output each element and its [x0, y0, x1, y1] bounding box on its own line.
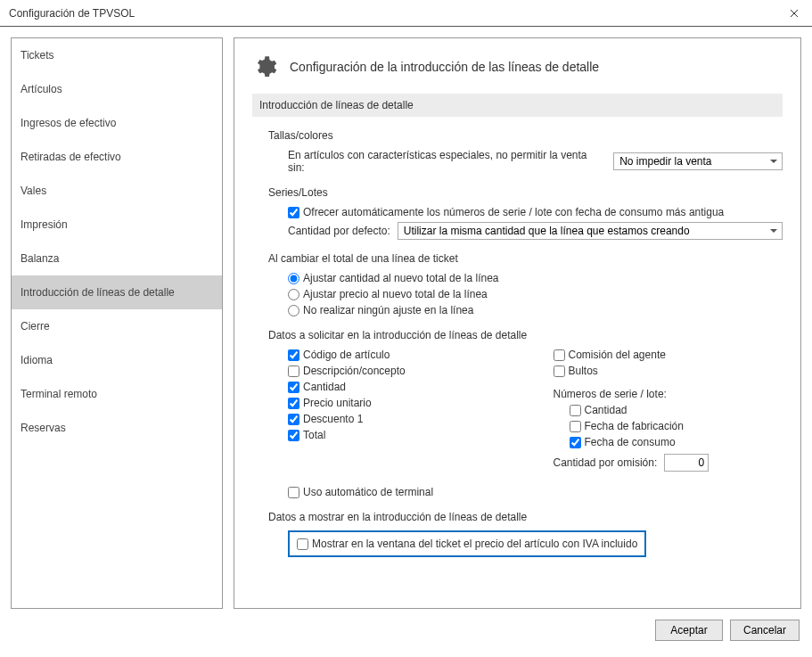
main-panel: Configuración de la introducción de las …	[234, 37, 801, 609]
titlebar: Configuración de TPVSOL	[0, 0, 812, 27]
group-tallas: Tallas/colores En artículos con caracter…	[268, 129, 783, 174]
check-descuento1[interactable]	[288, 414, 299, 425]
check-desc[interactable]	[288, 365, 299, 377]
cancel-button[interactable]: Cancelar	[730, 620, 800, 641]
close-icon	[790, 9, 799, 18]
ok-button[interactable]: Aceptar	[655, 620, 723, 641]
check-serie-cantidad-label[interactable]: Cantidad	[585, 404, 627, 416]
close-button[interactable]	[776, 0, 812, 27]
group-cambio: Al cambiar el total de una línea de tick…	[268, 252, 783, 316]
series-auto-label[interactable]: Ofrecer automáticamente los números de s…	[303, 206, 724, 218]
col-right: Comisión del agente Bultos Números de se…	[554, 349, 783, 477]
sidebar-item-tickets[interactable]: Tickets	[12, 38, 222, 72]
check-descuento1-label[interactable]: Descuento 1	[303, 413, 363, 425]
group-series: Series/Lotes Ofrecer automáticamente los…	[268, 186, 783, 240]
content: Tickets Artículos Ingresos de efectivo R…	[0, 27, 812, 620]
sidebar-item-lineas[interactable]: Introducción de líneas de detalle	[12, 275, 222, 309]
radio-no-ajuste-label[interactable]: No realizar ningún ajuste en la línea	[303, 304, 473, 316]
sidebar-item-retiradas[interactable]: Retiradas de efectivo	[12, 140, 222, 174]
cambio-label: Al cambiar el total de una línea de tick…	[268, 252, 783, 265]
check-iva[interactable]	[297, 538, 308, 550]
sidebar-item-reservas[interactable]: Reservas	[12, 411, 222, 445]
check-fecha-fab[interactable]	[570, 421, 581, 432]
series-auto-check[interactable]	[288, 207, 299, 218]
check-codigo-label[interactable]: Código de artículo	[303, 349, 390, 361]
tallas-select[interactable]: No impedir la venta	[613, 152, 783, 170]
sidebar-item-terminal[interactable]: Terminal remoto	[12, 377, 222, 411]
check-auto-terminal-label[interactable]: Uso automático de terminal	[303, 486, 433, 498]
qty-default-label: Cantidad por defecto:	[288, 225, 390, 237]
check-precio-label[interactable]: Precio unitario	[303, 397, 372, 409]
check-comision-label[interactable]: Comisión del agente	[569, 349, 666, 361]
sidebar-item-ingresos[interactable]: Ingresos de efectivo	[12, 106, 222, 140]
datos-solicitar-label: Datos a solicitar en la introducción de …	[268, 329, 783, 341]
series-label: Series/Lotes	[268, 186, 783, 199]
sidebar-item-cierre[interactable]: Cierre	[12, 309, 222, 343]
footer: Aceptar Cancelar	[0, 620, 812, 650]
check-fecha-consumo[interactable]	[570, 437, 581, 448]
check-bultos-label[interactable]: Bultos	[569, 365, 598, 377]
omision-input[interactable]	[664, 454, 709, 472]
sidebar-item-impresion[interactable]: Impresión	[12, 208, 222, 242]
sidebar-item-idioma[interactable]: Idioma	[12, 343, 222, 377]
tallas-label: Tallas/colores	[268, 129, 783, 142]
check-iva-label[interactable]: Mostrar en la ventana del ticket el prec…	[312, 538, 637, 550]
check-codigo[interactable]	[288, 349, 299, 361]
radio-ajustar-cantidad[interactable]	[288, 273, 299, 284]
gear-icon	[252, 54, 277, 79]
col-left: Código de artículo Descripción/concepto …	[288, 349, 518, 477]
check-total-label[interactable]: Total	[303, 429, 325, 441]
omision-label: Cantidad por omisión:	[554, 456, 658, 469]
sidebar: Tickets Artículos Ingresos de efectivo R…	[11, 37, 223, 609]
header: Configuración de la introducción de las …	[252, 54, 783, 79]
qty-default-select[interactable]: Utilizar la misma cantidad que la línea …	[398, 222, 783, 240]
sidebar-item-vales[interactable]: Vales	[12, 174, 222, 208]
series-sub-label: Números de serie / lote:	[554, 388, 783, 400]
check-fecha-fab-label[interactable]: Fecha de fabricación	[585, 420, 684, 432]
radio-ajustar-cantidad-label[interactable]: Ajustar cantidad al nuevo total de la lí…	[303, 272, 498, 284]
check-auto-terminal[interactable]	[288, 487, 299, 498]
section-header: Introducción de líneas de detalle	[252, 94, 783, 117]
check-precio[interactable]	[288, 398, 299, 409]
radio-ajustar-precio-label[interactable]: Ajustar precio al nuevo total de la líne…	[303, 288, 488, 300]
check-fecha-consumo-label[interactable]: Fecha de consumo	[585, 436, 676, 448]
check-total[interactable]	[288, 430, 299, 441]
check-comision[interactable]	[554, 349, 565, 361]
sidebar-item-balanza[interactable]: Balanza	[12, 242, 222, 275]
radio-no-ajuste[interactable]	[288, 305, 299, 316]
iva-highlight: Mostrar en la ventana del ticket el prec…	[288, 530, 646, 557]
check-bultos[interactable]	[554, 365, 565, 377]
tallas-text: En artículos con características especia…	[288, 149, 606, 174]
datos-mostrar-label: Datos a mostrar en la introducción de lí…	[268, 511, 783, 523]
check-cantidad[interactable]	[288, 382, 299, 393]
check-cantidad-label[interactable]: Cantidad	[303, 381, 346, 393]
check-serie-cantidad[interactable]	[570, 405, 581, 416]
window-title: Configuración de TPVSOL	[9, 7, 135, 20]
sidebar-item-articulos[interactable]: Artículos	[12, 72, 222, 106]
radio-ajustar-precio[interactable]	[288, 289, 299, 300]
group-datos-solicitar: Datos a solicitar en la introducción de …	[268, 329, 783, 498]
check-desc-label[interactable]: Descripción/concepto	[303, 365, 406, 377]
group-datos-mostrar: Datos a mostrar en la introducción de lí…	[268, 511, 783, 557]
page-title: Configuración de la introducción de las …	[290, 60, 599, 74]
